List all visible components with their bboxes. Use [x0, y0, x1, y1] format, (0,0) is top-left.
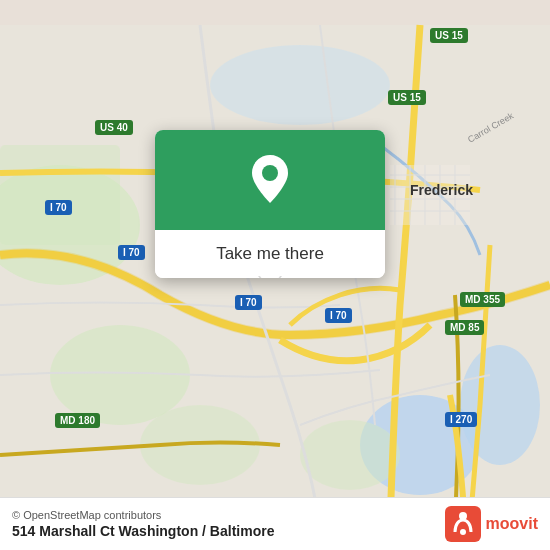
road-sign-md355: MD 355 — [460, 292, 505, 307]
road-sign-us15-mid: US 15 — [388, 90, 426, 105]
address-text: 514 Marshall Ct Washington / Baltimore — [12, 523, 274, 539]
svg-point-8 — [300, 420, 400, 490]
svg-point-4 — [460, 345, 540, 465]
svg-rect-5 — [0, 145, 120, 245]
road-sign-i70-mid-left: I 70 — [118, 245, 145, 260]
road-sign-md180: MD 180 — [55, 413, 100, 428]
take-me-there-button[interactable]: Take me there — [155, 230, 385, 278]
osm-credit: © OpenStreetMap contributors — [12, 509, 274, 521]
svg-point-2 — [50, 325, 190, 425]
road-sign-i70-left: I 70 — [45, 200, 72, 215]
moovit-text: moovit — [486, 515, 538, 533]
moovit-logo: moovit — [445, 506, 538, 542]
svg-point-21 — [262, 165, 278, 181]
svg-rect-22 — [445, 506, 481, 542]
popup-tail — [260, 276, 280, 278]
bottom-left: © OpenStreetMap contributors 514 Marshal… — [12, 509, 274, 539]
road-sign-us15-top: US 15 — [430, 28, 468, 43]
road-sign-us40: US 40 — [95, 120, 133, 135]
road-sign-md85: MD 85 — [445, 320, 484, 335]
road-sign-i70-center: I 70 — [235, 295, 262, 310]
city-label: Frederick — [410, 182, 473, 198]
map-pin-icon — [248, 153, 292, 207]
svg-point-6 — [210, 45, 390, 125]
road-sign-i270: I 270 — [445, 412, 477, 427]
road-sign-i70-right: I 70 — [325, 308, 352, 323]
popup-header — [155, 130, 385, 230]
map-container: Carrol Creek Frederick US 15 US 15 US 40… — [0, 0, 550, 550]
moovit-icon — [445, 506, 481, 542]
bottom-bar: © OpenStreetMap contributors 514 Marshal… — [0, 497, 550, 550]
popup-card: Take me there — [155, 130, 385, 278]
svg-point-24 — [460, 529, 466, 535]
